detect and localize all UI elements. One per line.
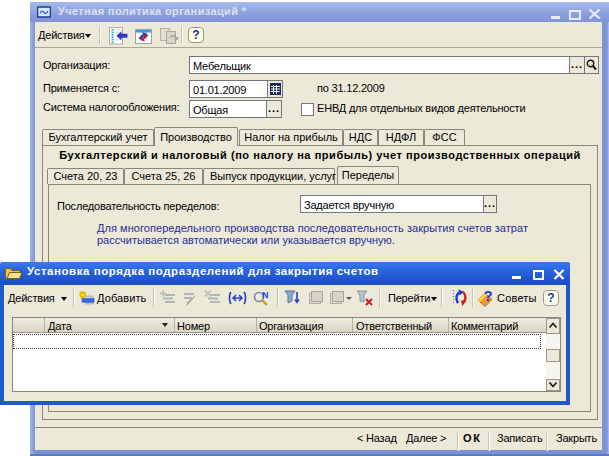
svg-text:?: ? <box>484 287 493 304</box>
svg-text:N: N <box>262 290 269 300</box>
